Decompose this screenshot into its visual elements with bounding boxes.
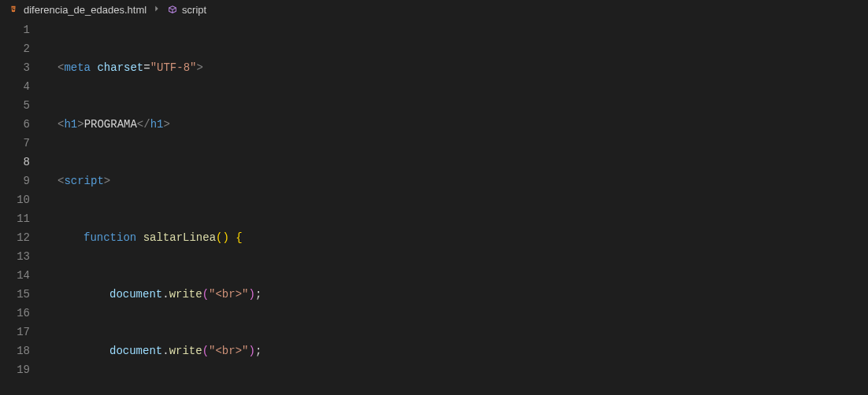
line-number: 17	[0, 323, 30, 341]
line-number: 18	[0, 341, 30, 360]
code-area[interactable]: <meta charset="UTF-8"> <h1>PROGRAMA</h1>…	[44, 20, 868, 395]
breadcrumb-file[interactable]: diferencia_de_edades.html	[24, 4, 147, 16]
line-number: 12	[0, 228, 30, 247]
breadcrumb-symbol[interactable]: script	[182, 4, 206, 16]
line-number: 4	[0, 77, 30, 96]
breadcrumb[interactable]: diferencia_de_edades.html script	[0, 0, 868, 20]
line-number: 3	[0, 58, 30, 77]
html-file-icon	[8, 5, 19, 16]
line-number: 9	[0, 172, 30, 190]
code-line[interactable]: <meta charset="UTF-8">	[44, 58, 868, 77]
line-number: 7	[0, 134, 30, 153]
line-number: 19	[0, 360, 30, 379]
code-editor[interactable]: 1 2 3 4 5 6 7 8 9 10 11 12 13 14 15 16 1…	[0, 20, 868, 395]
code-line[interactable]: <script>	[44, 172, 868, 190]
line-number: 5	[0, 96, 30, 115]
line-number-gutter: 1 2 3 4 5 6 7 8 9 10 11 12 13 14 15 16 1…	[0, 20, 44, 395]
code-line[interactable]: <h1>PROGRAMA</h1>	[44, 115, 868, 134]
line-number: 14	[0, 266, 30, 285]
line-number: 15	[0, 285, 30, 304]
line-number: 11	[0, 209, 30, 228]
code-line[interactable]: document.write("<br>");	[44, 285, 868, 304]
code-line[interactable]: document.write("<br>");	[44, 341, 868, 360]
line-number: 16	[0, 304, 30, 323]
line-number: 6	[0, 115, 30, 134]
line-number: 10	[0, 190, 30, 209]
line-number: 2	[0, 39, 30, 58]
chevron-right-icon	[151, 3, 162, 17]
symbol-cube-icon	[167, 5, 178, 16]
line-number: 13	[0, 247, 30, 266]
code-line[interactable]: function saltarLinea() {	[44, 228, 868, 247]
line-number: 1	[0, 20, 30, 39]
line-number: 8	[0, 153, 30, 172]
